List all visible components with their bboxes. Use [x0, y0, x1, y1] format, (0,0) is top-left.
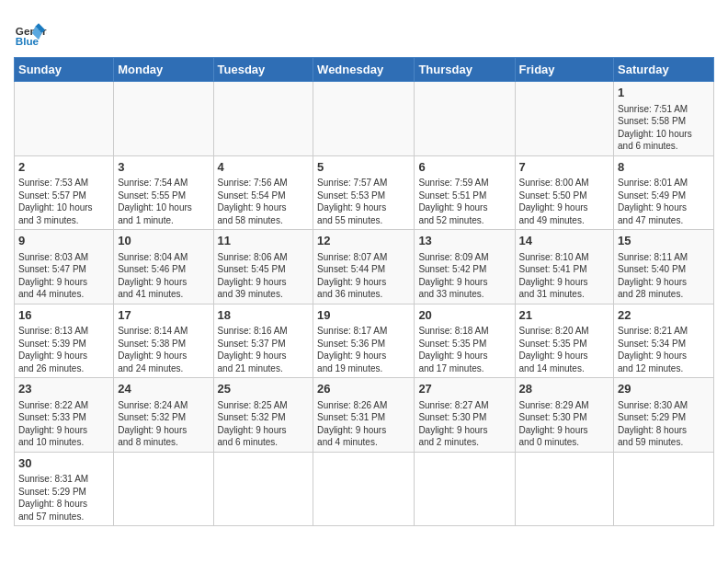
day-info: Sunrise: 8:09 AM Sunset: 5:42 PM Dayligh… — [418, 252, 488, 300]
calendar-cell: 14Sunrise: 8:10 AM Sunset: 5:41 PM Dayli… — [515, 230, 614, 304]
calendar-cell: 30Sunrise: 8:31 AM Sunset: 5:29 PM Dayli… — [15, 452, 114, 526]
day-info: Sunrise: 8:22 AM Sunset: 5:33 PM Dayligh… — [18, 400, 88, 448]
calendar-week-row: 30Sunrise: 8:31 AM Sunset: 5:29 PM Dayli… — [15, 452, 714, 526]
day-number: 12 — [317, 233, 410, 249]
day-number: 21 — [519, 307, 610, 324]
calendar-cell: 2Sunrise: 7:53 AM Sunset: 5:57 PM Daylig… — [15, 155, 114, 230]
calendar-cell: 10Sunrise: 8:04 AM Sunset: 5:46 PM Dayli… — [114, 230, 213, 304]
calendar-week-row: 9Sunrise: 8:03 AM Sunset: 5:47 PM Daylig… — [15, 230, 714, 304]
day-number: 19 — [317, 307, 410, 324]
day-number: 29 — [618, 381, 710, 397]
day-info: Sunrise: 8:16 AM Sunset: 5:37 PM Dayligh… — [218, 326, 288, 373]
day-number: 17 — [118, 307, 209, 324]
calendar-cell: 16Sunrise: 8:13 AM Sunset: 5:39 PM Dayli… — [15, 304, 114, 378]
day-info: Sunrise: 8:03 AM Sunset: 5:47 PM Dayligh… — [18, 252, 88, 300]
day-number: 8 — [618, 159, 710, 176]
day-number: 9 — [18, 233, 109, 249]
calendar-cell: 28Sunrise: 8:29 AM Sunset: 5:30 PM Dayli… — [515, 378, 614, 453]
day-info: Sunrise: 8:07 AM Sunset: 5:44 PM Dayligh… — [317, 252, 387, 300]
day-number: 30 — [18, 455, 109, 472]
calendar-cell: 24Sunrise: 8:24 AM Sunset: 5:32 PM Dayli… — [114, 378, 213, 453]
calendar-cell: 12Sunrise: 8:07 AM Sunset: 5:44 PM Dayli… — [313, 230, 415, 304]
weekday-header-thursday: Thursday — [415, 58, 515, 82]
day-info: Sunrise: 8:26 AM Sunset: 5:31 PM Dayligh… — [317, 400, 387, 448]
calendar-cell: 8Sunrise: 8:01 AM Sunset: 5:49 PM Daylig… — [614, 155, 714, 230]
calendar-cell: 11Sunrise: 8:06 AM Sunset: 5:45 PM Dayli… — [213, 230, 313, 304]
calendar-cell: 25Sunrise: 8:25 AM Sunset: 5:32 PM Dayli… — [213, 378, 313, 453]
calendar-cell: 13Sunrise: 8:09 AM Sunset: 5:42 PM Dayli… — [415, 230, 515, 304]
day-info: Sunrise: 8:20 AM Sunset: 5:35 PM Dayligh… — [519, 326, 589, 373]
day-info: Sunrise: 7:59 AM Sunset: 5:51 PM Dayligh… — [418, 178, 488, 225]
day-info: Sunrise: 7:57 AM Sunset: 5:53 PM Dayligh… — [317, 178, 387, 225]
calendar-cell: 6Sunrise: 7:59 AM Sunset: 5:51 PM Daylig… — [415, 155, 515, 230]
day-info: Sunrise: 8:17 AM Sunset: 5:36 PM Dayligh… — [317, 326, 387, 373]
calendar-cell: 4Sunrise: 7:56 AM Sunset: 5:54 PM Daylig… — [213, 155, 313, 230]
calendar-cell — [213, 452, 313, 526]
calendar-cell — [415, 452, 515, 526]
day-info: Sunrise: 8:24 AM Sunset: 5:32 PM Dayligh… — [118, 400, 188, 448]
day-number: 23 — [18, 381, 109, 397]
calendar-cell: 22Sunrise: 8:21 AM Sunset: 5:34 PM Dayli… — [614, 304, 714, 378]
day-number: 11 — [218, 233, 310, 249]
calendar-week-row: 1Sunrise: 7:51 AM Sunset: 5:58 PM Daylig… — [15, 82, 714, 156]
calendar-cell — [515, 82, 614, 156]
weekday-header-monday: Monday — [114, 58, 213, 82]
calendar-cell — [614, 452, 714, 526]
calendar-week-row: 23Sunrise: 8:22 AM Sunset: 5:33 PM Dayli… — [15, 378, 714, 453]
day-info: Sunrise: 8:01 AM Sunset: 5:49 PM Dayligh… — [618, 178, 688, 225]
day-info: Sunrise: 8:11 AM Sunset: 5:40 PM Dayligh… — [618, 252, 688, 300]
calendar-cell: 19Sunrise: 8:17 AM Sunset: 5:36 PM Dayli… — [313, 304, 415, 378]
day-number: 4 — [218, 159, 310, 176]
day-info: Sunrise: 8:29 AM Sunset: 5:30 PM Dayligh… — [519, 400, 589, 448]
day-info: Sunrise: 8:27 AM Sunset: 5:30 PM Dayligh… — [418, 400, 488, 448]
day-info: Sunrise: 8:31 AM Sunset: 5:29 PM Dayligh… — [18, 474, 88, 522]
day-number: 22 — [618, 307, 710, 324]
calendar-cell: 15Sunrise: 8:11 AM Sunset: 5:40 PM Dayli… — [614, 230, 714, 304]
page: General Blue SundayMondayTuesdayWednesda… — [0, 0, 728, 540]
day-info: Sunrise: 8:13 AM Sunset: 5:39 PM Dayligh… — [18, 326, 88, 373]
day-number: 18 — [218, 307, 310, 324]
calendar-cell: 21Sunrise: 8:20 AM Sunset: 5:35 PM Dayli… — [515, 304, 614, 378]
day-number: 1 — [618, 85, 710, 101]
calendar-cell: 23Sunrise: 8:22 AM Sunset: 5:33 PM Dayli… — [15, 378, 114, 453]
day-info: Sunrise: 8:25 AM Sunset: 5:32 PM Dayligh… — [218, 400, 288, 448]
day-info: Sunrise: 7:51 AM Sunset: 5:58 PM Dayligh… — [618, 104, 692, 152]
weekday-header-tuesday: Tuesday — [213, 58, 313, 82]
day-number: 20 — [418, 307, 510, 324]
day-number: 5 — [317, 159, 410, 176]
day-number: 10 — [118, 233, 209, 249]
calendar-table: SundayMondayTuesdayWednesdayThursdayFrid… — [14, 57, 714, 526]
calendar-cell: 17Sunrise: 8:14 AM Sunset: 5:38 PM Dayli… — [114, 304, 213, 378]
calendar-cell — [213, 82, 313, 156]
calendar-cell — [515, 452, 614, 526]
weekday-header-friday: Friday — [515, 58, 614, 82]
day-number: 3 — [118, 159, 209, 176]
calendar-cell: 9Sunrise: 8:03 AM Sunset: 5:47 PM Daylig… — [15, 230, 114, 304]
calendar-cell: 7Sunrise: 8:00 AM Sunset: 5:50 PM Daylig… — [515, 155, 614, 230]
day-number: 15 — [618, 233, 710, 249]
day-info: Sunrise: 8:21 AM Sunset: 5:34 PM Dayligh… — [618, 326, 688, 373]
day-number: 25 — [218, 381, 310, 397]
day-info: Sunrise: 8:30 AM Sunset: 5:29 PM Dayligh… — [618, 400, 688, 448]
calendar-cell: 27Sunrise: 8:27 AM Sunset: 5:30 PM Dayli… — [415, 378, 515, 453]
calendar-cell — [313, 82, 415, 156]
day-number: 13 — [418, 233, 510, 249]
calendar-cell: 26Sunrise: 8:26 AM Sunset: 5:31 PM Dayli… — [313, 378, 415, 453]
day-info: Sunrise: 8:04 AM Sunset: 5:46 PM Dayligh… — [118, 252, 188, 300]
calendar-cell: 20Sunrise: 8:18 AM Sunset: 5:35 PM Dayli… — [415, 304, 515, 378]
calendar-cell — [15, 82, 114, 156]
day-number: 28 — [519, 381, 610, 397]
weekday-header-row: SundayMondayTuesdayWednesdayThursdayFrid… — [15, 58, 714, 82]
calendar-week-row: 2Sunrise: 7:53 AM Sunset: 5:57 PM Daylig… — [15, 155, 714, 230]
calendar-cell: 29Sunrise: 8:30 AM Sunset: 5:29 PM Dayli… — [614, 378, 714, 453]
day-info: Sunrise: 7:54 AM Sunset: 5:55 PM Dayligh… — [118, 178, 192, 225]
calendar-cell — [114, 452, 213, 526]
header: General Blue — [14, 9, 714, 50]
day-number: 27 — [418, 381, 510, 397]
calendar-cell: 5Sunrise: 7:57 AM Sunset: 5:53 PM Daylig… — [313, 155, 415, 230]
logo: General Blue — [14, 17, 47, 50]
day-info: Sunrise: 8:10 AM Sunset: 5:41 PM Dayligh… — [519, 252, 589, 300]
calendar-cell — [313, 452, 415, 526]
day-number: 6 — [418, 159, 510, 176]
weekday-header-saturday: Saturday — [614, 58, 714, 82]
